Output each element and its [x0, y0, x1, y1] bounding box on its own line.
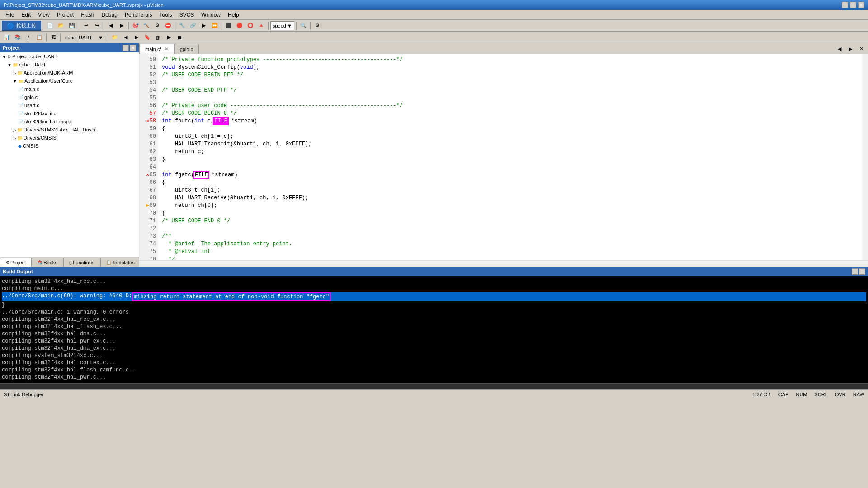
- scrl-indicator: SCRL: [815, 392, 828, 397]
- menu-window[interactable]: Window: [198, 11, 224, 19]
- tab-label: Books: [43, 260, 57, 265]
- sep11: [60, 33, 61, 42]
- menu-svcs[interactable]: SVCS: [176, 11, 198, 19]
- link-btn[interactable]: 🔗: [188, 21, 198, 31]
- stop2-btn[interactable]: ⏹: [175, 33, 185, 42]
- tab-functions[interactable]: {} Functions: [63, 258, 100, 267]
- undo-btn[interactable]: ↩: [81, 21, 91, 31]
- search-btn[interactable]: 🔍: [298, 21, 308, 31]
- next-err-btn[interactable]: ▶: [132, 33, 142, 42]
- menu-help[interactable]: Help: [224, 11, 243, 19]
- tree-text: Drivers/STM32F4xx_HAL_Driver: [24, 127, 96, 132]
- build-line: }: [2, 301, 866, 309]
- redo-btn[interactable]: ↪: [92, 21, 102, 31]
- dbg3-btn[interactable]: ⭕: [245, 21, 255, 31]
- sep8: [296, 22, 297, 30]
- target-sel[interactable]: ▼: [96, 33, 106, 42]
- panel-tabs: ⚙ Project 📚 Books {} Functions 📋 Templat…: [0, 257, 139, 267]
- build-title: Build Output: [3, 269, 33, 274]
- rebuild-btn[interactable]: 🔨: [142, 21, 151, 31]
- tab-templates[interactable]: 📋 Templates: [100, 258, 141, 267]
- tree-item[interactable]: ▼ 📁 Application/User/Core: [0, 77, 139, 85]
- tree-item[interactable]: ▼ ⚙ Project: cube_UART: [0, 52, 139, 61]
- panel-header-buttons: ─ ✕: [123, 45, 136, 51]
- tab-main-c[interactable]: main.c* ✕: [139, 44, 174, 54]
- bookmark-btn[interactable]: 🔖: [142, 33, 152, 42]
- step-btn[interactable]: ⏩: [210, 21, 220, 31]
- tree-item[interactable]: 📄 gpio.c: [0, 93, 139, 101]
- book-btn[interactable]: 📚: [13, 33, 23, 42]
- forward-btn[interactable]: ▶: [117, 21, 127, 31]
- tab-scroll-left[interactable]: ◀: [835, 44, 844, 54]
- tab-books[interactable]: 📚 Books: [32, 258, 63, 267]
- project-name: cube_UART: [62, 35, 95, 40]
- speed-dropdown[interactable]: speed ▼: [270, 21, 294, 30]
- build-header-btns: ─ □: [852, 268, 865, 275]
- tree-item[interactable]: 📄 stm32f4xx_it.c: [0, 109, 139, 117]
- tree-item[interactable]: 📄 main.c: [0, 85, 139, 93]
- tree-item[interactable]: ▷ 📁 Drivers/STM32F4xx_HAL_Driver: [0, 126, 139, 134]
- tmpl-btn[interactable]: 📋: [34, 33, 44, 42]
- highlight-FILE-65: FILE: [194, 172, 208, 178]
- build-target-btn[interactable]: 🎯: [131, 21, 141, 31]
- tree-item[interactable]: ▷ 📁 Application/MDK-ARM: [0, 69, 139, 77]
- tree-text: cube_UART: [19, 62, 46, 67]
- menu-flash[interactable]: Flash: [77, 11, 98, 19]
- translate-btn[interactable]: 🔧: [177, 21, 187, 31]
- show-folder-btn[interactable]: 📁: [110, 33, 120, 42]
- hier-btn[interactable]: 🏗: [48, 33, 58, 42]
- menu-debug[interactable]: Debug: [98, 11, 121, 19]
- func-btn[interactable]: ƒ: [24, 33, 33, 42]
- dbg2-btn[interactable]: 🔴: [235, 21, 245, 31]
- menu-peripherals[interactable]: Peripherals: [121, 11, 156, 19]
- clr-all-btn[interactable]: 🗑: [153, 33, 163, 42]
- error-message: missing return statement at end of non-v…: [132, 292, 331, 301]
- tab-close[interactable]: ✕: [165, 47, 168, 52]
- window-title: P:\Project_STM32\cube_UART\MDK-ARM\cube_…: [4, 2, 164, 8]
- back-btn[interactable]: ◀: [106, 21, 116, 31]
- dbg1-btn[interactable]: ⬛: [224, 21, 234, 31]
- compile-btn[interactable]: ⚙: [152, 21, 162, 31]
- minimize-btn[interactable]: ─: [842, 2, 848, 8]
- menu-tools[interactable]: Tools: [156, 11, 176, 19]
- tree-item[interactable]: 📄 stm32f4xx_hal_msp.c: [0, 117, 139, 126]
- code-content[interactable]: /* Private function prototypes ---------…: [158, 54, 862, 260]
- panel-minimize-btn[interactable]: ─: [123, 45, 129, 51]
- proj-btn[interactable]: 📊: [2, 33, 12, 42]
- upload-button[interactable]: 🔵 抢接上传: [2, 21, 41, 31]
- build-maximize-btn[interactable]: □: [859, 268, 865, 275]
- menu-view[interactable]: View: [34, 11, 53, 19]
- run2-btn[interactable]: ▶: [164, 33, 174, 42]
- tree-item[interactable]: ◆ CMSIS: [0, 142, 139, 150]
- tab-gpio-c[interactable]: gpio.c: [174, 44, 199, 54]
- horizontal-scrollbar[interactable]: [139, 260, 868, 267]
- dbg4-btn[interactable]: 🔺: [256, 21, 266, 31]
- save-btn[interactable]: 💾: [67, 21, 77, 31]
- tab-list-btn[interactable]: ✕: [856, 44, 866, 54]
- build-minimize-btn[interactable]: ─: [852, 268, 858, 275]
- build-line: compiling stm32f4xx_hal_flash_ex.c...: [2, 323, 866, 330]
- menu-file[interactable]: File: [2, 11, 18, 19]
- new-file-btn[interactable]: 📄: [45, 21, 55, 31]
- prev-err-btn[interactable]: ◀: [121, 33, 131, 42]
- build-line: compiling stm32f4xx_hal_rcc_ex.c...: [2, 316, 866, 323]
- maximize-btn[interactable]: □: [850, 2, 856, 8]
- build-h-scrollbar[interactable]: [0, 383, 868, 389]
- menu-edit[interactable]: Edit: [18, 11, 34, 19]
- tree-item[interactable]: ▷ 📁 Drivers/CMSIS: [0, 134, 139, 142]
- tree-item[interactable]: ▼ 📁 cube_UART: [0, 61, 139, 69]
- tab-scroll-right[interactable]: ▶: [845, 44, 855, 54]
- tab-project[interactable]: ⚙ Project: [0, 258, 32, 267]
- menu-project[interactable]: Project: [53, 11, 77, 19]
- settings-btn[interactable]: ⚙: [312, 21, 322, 31]
- close-btn[interactable]: ✕: [858, 2, 864, 8]
- tree-item[interactable]: 📄 usart.c: [0, 101, 139, 109]
- open-btn[interactable]: 📂: [56, 21, 66, 31]
- vertical-scrollbar[interactable]: [862, 54, 868, 260]
- panel-close-btn[interactable]: ✕: [130, 45, 136, 51]
- run-btn[interactable]: ▶: [199, 21, 209, 31]
- functions-tab-icon: {}: [69, 260, 72, 265]
- editor-tabs: main.c* ✕ gpio.c ◀ ▶ ✕: [139, 43, 868, 54]
- tree-text: Project: cube_UART: [12, 54, 57, 59]
- stop-btn[interactable]: ⛔: [163, 21, 173, 31]
